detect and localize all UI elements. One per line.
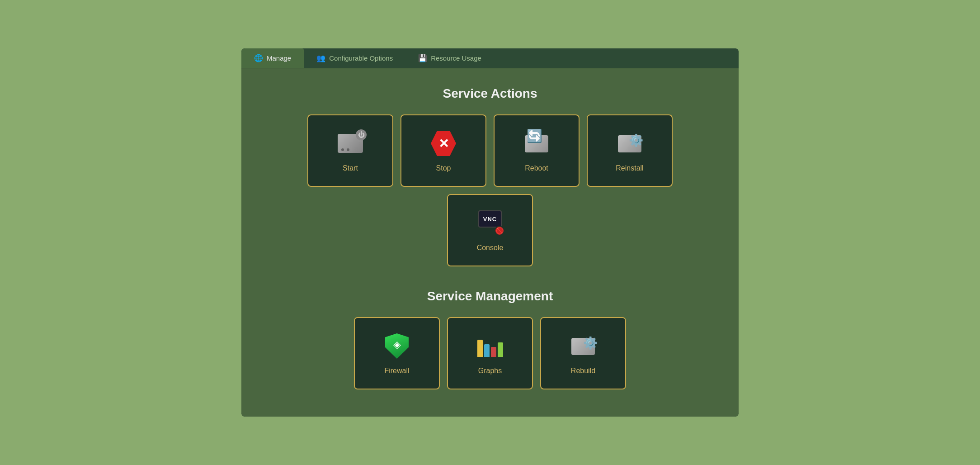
graphs-label: Graphs [478, 367, 502, 375]
stop-label: Stop [436, 164, 451, 172]
reboot-label: Reboot [525, 164, 548, 172]
configurable-options-icon: 👥 [316, 54, 325, 62]
main-window: 🌐 Manage 👥 Configurable Options 💾 Resour… [241, 48, 739, 417]
rebuild-icon: ⚙️ [569, 332, 598, 361]
tab-resource-usage-label: Resource Usage [431, 54, 481, 62]
graphs-icon [476, 332, 504, 361]
reinstall-label: Reinstall [616, 164, 643, 172]
firewall-icon: ◈ [382, 332, 411, 361]
console-icon: VNC 🚫 [476, 209, 504, 237]
firewall-card[interactable]: ◈ Firewall [354, 317, 440, 389]
manage-icon: 🌐 [254, 54, 263, 62]
console-label: Console [477, 244, 504, 252]
reboot-icon: 🔄 [522, 129, 551, 158]
rebuild-label: Rebuild [571, 367, 595, 375]
console-card[interactable]: VNC 🚫 Console [447, 194, 533, 266]
stop-card[interactable]: ✕ Stop [400, 114, 486, 187]
resource-usage-icon: 💾 [418, 54, 427, 62]
tab-configurable-options-label: Configurable Options [329, 54, 393, 62]
tab-manage-label: Manage [267, 54, 291, 62]
reinstall-card[interactable]: ⚙️ Reinstall [587, 114, 673, 187]
tab-configurable-options[interactable]: 👥 Configurable Options [304, 48, 405, 68]
start-icon: ⏻ [336, 129, 365, 158]
tab-resource-usage[interactable]: 💾 Resource Usage [405, 48, 494, 68]
main-content: Service Actions ⏻ Start ✕ Stop [241, 68, 739, 417]
start-label: Start [343, 164, 358, 172]
reinstall-icon: ⚙️ [615, 129, 644, 158]
tab-bar: 🌐 Manage 👥 Configurable Options 💾 Resour… [241, 48, 739, 68]
service-management-grid: ◈ Firewall Graphs ⚙️ [269, 317, 711, 389]
firewall-label: Firewall [384, 367, 409, 375]
service-actions-title: Service Actions [269, 86, 711, 101]
rebuild-card[interactable]: ⚙️ Rebuild [540, 317, 626, 389]
service-management-title: Service Management [269, 289, 711, 304]
start-card[interactable]: ⏻ Start [307, 114, 393, 187]
stop-icon: ✕ [429, 129, 458, 158]
tab-manage[interactable]: 🌐 Manage [241, 48, 304, 68]
graphs-card[interactable]: Graphs [447, 317, 533, 389]
service-actions-grid: ⏻ Start ✕ Stop 🔄 R [269, 114, 711, 266]
reboot-card[interactable]: 🔄 Reboot [494, 114, 580, 187]
